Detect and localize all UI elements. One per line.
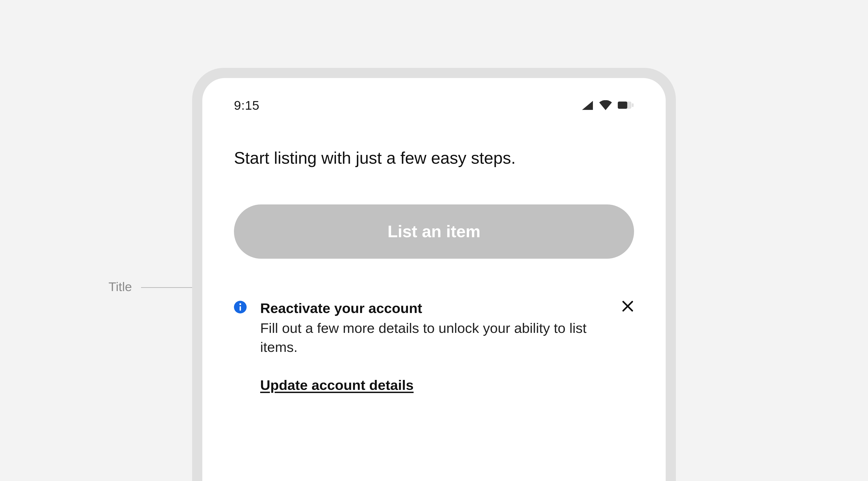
status-bar: 9:15 (234, 96, 634, 114)
status-icons (582, 100, 634, 110)
close-icon[interactable] (621, 300, 634, 313)
page-heading: Start listing with just a few easy steps… (234, 148, 634, 168)
svg-rect-1 (618, 101, 627, 109)
info-icon (234, 301, 247, 314)
notice-description: Fill out a few more details to unlock yo… (260, 319, 608, 356)
svg-rect-2 (632, 103, 633, 107)
notice-title: Reactivate your account (260, 299, 608, 317)
svg-rect-4 (240, 306, 241, 311)
wifi-icon (599, 100, 612, 110)
stage: Title 9:15 (0, 0, 868, 481)
reactivate-notice: Reactivate your account Fill out a few m… (234, 299, 634, 393)
svg-point-5 (239, 303, 241, 305)
device-frame: 9:15 (192, 68, 676, 481)
device-screen: 9:15 (202, 78, 666, 481)
cellular-icon (582, 100, 593, 110)
list-item-button[interactable]: List an item (234, 204, 634, 259)
list-item-button-label: List an item (388, 222, 480, 241)
annotation-label: Title (108, 280, 132, 293)
status-time: 9:15 (234, 98, 259, 113)
battery-icon (618, 101, 634, 109)
notice-body: Reactivate your account Fill out a few m… (260, 299, 608, 393)
update-account-link[interactable]: Update account details (260, 377, 414, 393)
